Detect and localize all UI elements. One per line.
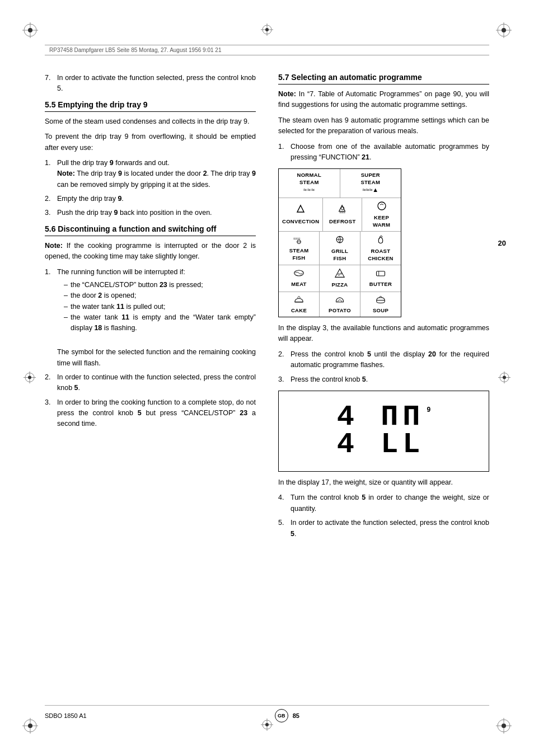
prog-cell-defrost: ≈≈≈ DEFROST [323, 198, 362, 231]
step-5-7-3: 3. Press the control knob 5. [278, 374, 489, 385]
svg-point-11 [28, 724, 32, 728]
step-5-7-4: 4. Turn the control knob 5 in order to c… [278, 492, 489, 514]
footer-page-number: 85 [293, 712, 299, 719]
prog-cell-super-steam: SUPERSTEAM ≈≈≈▲ [340, 169, 401, 198]
prog-cell-normal-steam: NORMALSTEAM ≈≈≈ [279, 169, 340, 198]
section-5-5-heading: 5.5 Emptying the drip tray 9 [45, 100, 256, 112]
section-5-6: 5.6 Discontinuing a function and switchi… [45, 224, 256, 430]
prog-row-3: ≈≈≈ STEAMFISH [279, 232, 401, 265]
step-5-6-3: 3. In order to bring the cooking functio… [45, 397, 256, 430]
svg-point-23 [503, 375, 506, 379]
bullet-3: the water tank 11 is pulled out; [64, 302, 256, 312]
header-text: RP37458 Dampfgarer LB5 Seite 85 Montag, … [49, 47, 221, 53]
left-column: 7. In order to activate the function sel… [45, 67, 256, 700]
bullet-list: the “CANCEL/STOP” button 23 is pressed; … [64, 280, 256, 334]
section-5-7-steps-bottom: 4. Turn the control knob 5 in order to c… [278, 492, 489, 539]
step-5-7-2: 2. Press the control knob 5 until the di… [278, 349, 489, 371]
step-5-5-2: 2. Empty the drip tray 9. [45, 194, 256, 204]
footer-center: GB 85 [275, 709, 299, 722]
section-5-7-note: Note: In “7. Table of Automatic Programm… [278, 89, 489, 111]
svg-point-42 [379, 238, 380, 240]
display-box: 4 ΠΠ 4 LL 9 [278, 391, 489, 472]
section-5-5-para2: To prevent the drip tray 9 from overflow… [45, 132, 256, 153]
svg-point-15 [502, 724, 506, 728]
page-container: RP37458 Dampfgarer LB5 Seite 85 Montag, … [0, 0, 534, 756]
intro-list: 7. In order to activate the function sel… [45, 73, 256, 95]
reg-mark-ml [24, 371, 36, 385]
svg-point-27 [265, 28, 269, 31]
reg-mark-mr [498, 371, 510, 385]
para-display3: In the display 3, the available function… [278, 323, 489, 345]
footer: SDBO 1850 A1 GB 85 [45, 705, 489, 722]
step-5-6-2: 2. In order to continue with the functio… [45, 372, 256, 394]
reg-mark-tl [22, 22, 38, 38]
bullet-2: the door 2 is opened; [64, 290, 256, 301]
prog-row-5: CAKE POTATO [279, 292, 401, 317]
prog-cell-meat: MEAT [279, 265, 320, 292]
section-5-5-para1: Some of the steam used condenses and col… [45, 116, 256, 127]
prog-cell-roast-chicken: ROASTCHICKEN [360, 232, 401, 265]
programme-grid-wrapper: NORMALSTEAM ≈≈≈ SUPERSTEAM ≈≈≈▲ [278, 168, 489, 317]
svg-point-36 [378, 202, 386, 210]
section-5-6-heading: 5.6 Discontinuing a function and switchi… [45, 224, 256, 236]
prog-cell-potato: POTATO [320, 292, 360, 317]
step-5-6-1: 1. The running function will be interrup… [45, 267, 256, 369]
step-5-5-1: 1. Pull the drip tray 9 forwards and out… [45, 158, 256, 190]
svg-point-19 [28, 375, 31, 379]
svg-point-3 [28, 28, 32, 32]
bullet-4: the water tank 11 is empty and the “Wate… [64, 312, 256, 334]
content-area: 7. In order to activate the function sel… [45, 67, 489, 700]
para-display17: In the display 17, the weight, size or q… [278, 477, 489, 488]
section-5-7: 5.7 Selecting an automatic programme Not… [278, 73, 489, 539]
section-5-5: 5.5 Emptying the drip tray 9 Some of the… [45, 100, 256, 219]
step-5-7-1: 1. Choose from one of the available auto… [278, 142, 489, 163]
svg-rect-47 [377, 271, 385, 276]
section-5-6-note: Note: If the cooking programme is interr… [45, 241, 256, 262]
step-5-5-3: 3. Push the drip tray 9 back into positi… [45, 208, 256, 218]
prog-row-1: NORMALSTEAM ≈≈≈ SUPERSTEAM ≈≈≈▲ [279, 169, 401, 198]
prog-row-2: CONVECTION ≈≈≈ DEFRO [279, 198, 401, 232]
section-5-5-steps: 1. Pull the drip tray 9 forwards and out… [45, 158, 256, 219]
svg-marker-44 [335, 269, 344, 278]
step-5-7-5: 5. In order to activate the function sel… [278, 518, 489, 539]
prog-cell-butter: BUTTER [360, 265, 401, 292]
section-5-7-para1: The steam oven has 9 automatic programme… [278, 115, 489, 137]
gb-badge: GB [275, 709, 288, 722]
svg-point-45 [338, 274, 340, 275]
prog-row-4: MEAT PIZZA [279, 265, 401, 292]
svg-text:≈≈≈: ≈≈≈ [293, 236, 300, 241]
svg-point-46 [340, 273, 341, 274]
reg-mark-mt [261, 24, 273, 37]
programme-grid: NORMALSTEAM ≈≈≈ SUPERSTEAM ≈≈≈▲ [278, 168, 401, 317]
prog-cell-steam-fish: ≈≈≈ STEAMFISH [279, 232, 320, 265]
reg-mark-tr [496, 22, 512, 38]
prog-cell-pizza: PIZZA [320, 265, 360, 292]
section-5-7-heading: 5.7 Selecting an automatic programme [278, 73, 489, 84]
intro-item-7: 7. In order to activate the function sel… [45, 73, 256, 95]
label-20: 20 [498, 239, 506, 247]
section-5-6-steps: 1. The running function will be interrup… [45, 267, 256, 430]
header-bar: RP37458 Dampfgarer LB5 Seite 85 Montag, … [45, 45, 489, 55]
section-5-7-steps-top: 1. Choose from one of the available auto… [278, 142, 489, 163]
svg-point-7 [502, 28, 506, 32]
svg-marker-32 [297, 205, 304, 212]
reg-mark-bl [22, 718, 38, 734]
section-5-7-steps-mid: 2. Press the control knob 5 until the di… [278, 349, 489, 385]
footer-left: SDBO 1850 A1 [45, 712, 87, 719]
svg-text:≈≈≈: ≈≈≈ [339, 211, 345, 215]
prog-cell-cake: CAKE [279, 292, 320, 317]
right-column: 5.7 Selecting an automatic programme Not… [278, 67, 489, 700]
svg-point-31 [265, 723, 269, 726]
prog-cell-grill-fish: GRILLFISH [320, 232, 360, 265]
reg-mark-br [496, 718, 512, 734]
prog-cell-keep-warm: KEEP WARM [362, 198, 401, 231]
bullet-1: the “CANCEL/STOP” button 23 is pressed; [64, 280, 256, 290]
prog-cell-soup: SOUP [360, 292, 401, 317]
prog-cell-convection: CONVECTION [279, 198, 323, 231]
